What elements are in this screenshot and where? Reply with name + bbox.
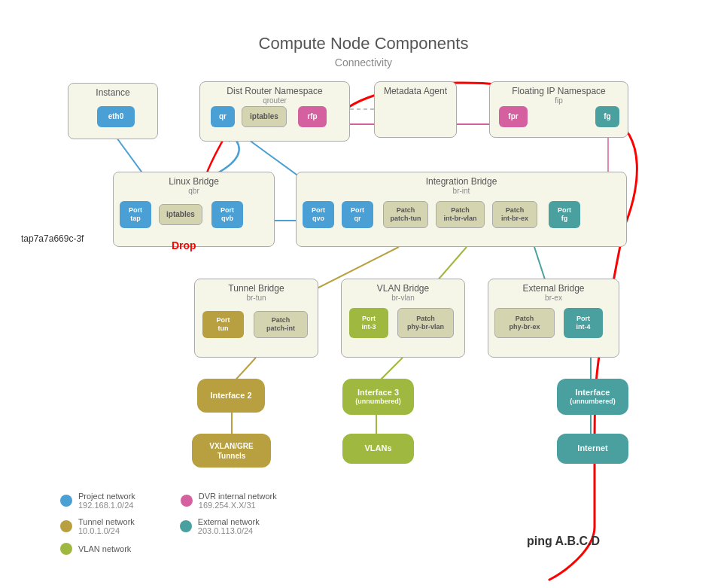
vlans-label: VLANs — [364, 443, 391, 453]
external-bridge-box: External Bridge br-ex Patchphy-br-ex Por… — [488, 279, 619, 358]
linux-bridge-box: Linux Bridge qbr Porttap iptables Portqv… — [113, 172, 275, 247]
port-patch-int: Patchpatch-int — [254, 311, 308, 338]
linux-bridge-label: Linux Bridge — [114, 172, 274, 187]
legend-external-dot — [180, 520, 192, 532]
port-int-3: Portint-3 — [349, 308, 388, 338]
interface-4-label: Interface — [576, 388, 610, 398]
instance-box: Instance eth0 — [68, 83, 158, 139]
diagram-container: Compute Node Components Connectivity — [0, 0, 727, 588]
page-title: Compute Node Components — [0, 34, 727, 53]
tunnel-bridge-sublabel: br-tun — [195, 294, 318, 302]
floating-box: Floating IP Namespace fip fpr fg — [489, 81, 628, 138]
legend-dvr: DVR internal network 169.254.X.X/31 — [181, 492, 277, 510]
metadata-box: Metadata Agent — [374, 81, 457, 138]
legend-external-text: External network 203.0.113.0/24 — [198, 517, 260, 535]
tap-label: tap7a7a669c-3f — [21, 233, 84, 244]
floating-sublabel: fip — [490, 96, 628, 105]
instance-label: Instance — [68, 84, 157, 98]
tunnel-bridge-box: Tunnel Bridge br-tun Porttun Patchpatch-… — [194, 279, 318, 358]
legend-tunnel-text: Tunnel network 10.0.1.0/24 — [78, 517, 135, 535]
port-fg-floating: fg — [595, 106, 619, 127]
legend-dvr-dot — [181, 495, 193, 507]
port-qvo: Portqvo — [303, 201, 334, 228]
vlan-bridge-sublabel: br-vlan — [342, 294, 464, 302]
port-fpr: fpr — [499, 106, 528, 127]
dist-router-label: Dist Router Namespace — [200, 82, 349, 96]
interface-2-label: Interface 2 — [210, 391, 251, 401]
port-patch-tun: Patchpatch-tun — [383, 201, 428, 228]
port-iptables-lb: iptables — [159, 204, 202, 225]
vlans-node: VLANs — [342, 434, 414, 464]
linux-bridge-sublabel: qbr — [114, 187, 274, 195]
metadata-label: Metadata Agent — [375, 82, 456, 96]
interface-2-node: Interface 2 — [197, 379, 265, 413]
port-qr-dist: qr — [211, 106, 235, 127]
port-fg-int: Portfg — [549, 201, 580, 228]
vxlan-label: VXLAN/GRETunnels — [209, 441, 253, 461]
page-subtitle: Connectivity — [0, 56, 727, 69]
port-iptables-dist: iptables — [242, 106, 287, 127]
legend-vlan-dot — [60, 543, 72, 555]
dist-router-sublabel: qrouter — [200, 96, 349, 105]
port-qvb: Portqvb — [211, 201, 243, 228]
tunnel-bridge-label: Tunnel Bridge — [195, 279, 318, 294]
drop-label: Drop — [172, 239, 196, 251]
vlan-bridge-label: VLAN Bridge — [342, 279, 464, 294]
dist-router-box: Dist Router Namespace qrouter qr iptable… — [199, 81, 350, 142]
legend-dvr-text: DVR internal network 169.254.X.X/31 — [199, 492, 277, 510]
port-rfp: rfp — [298, 106, 327, 127]
port-phy-br-ex: Patchphy-br-ex — [494, 308, 555, 338]
floating-label: Floating IP Namespace — [490, 82, 628, 96]
vxlan-node: VXLAN/GRETunnels — [192, 434, 271, 468]
legend-tunnel: Tunnel network 10.0.1.0/24 — [60, 517, 135, 535]
port-phy-br-vlan: Patchphy-br-vlan — [397, 308, 454, 338]
legend-project-text: Project network 192.168.1.0/24 — [78, 492, 135, 510]
legend-external: External network 203.0.113.0/24 — [180, 517, 260, 535]
port-int-4: Portint-4 — [564, 308, 603, 338]
port-eth0: eth0 — [97, 106, 135, 127]
port-tun: Porttun — [202, 311, 244, 338]
legend-vlan: VLAN network — [60, 543, 131, 555]
legend-project: Project network 192.168.1.0/24 — [60, 492, 135, 510]
legend-vlan-text: VLAN network — [78, 544, 131, 553]
interface-3-node: Interface 3 (unnumbered) — [342, 379, 414, 415]
legend-project-dot — [60, 495, 72, 507]
internet-node: Internet — [557, 434, 628, 464]
port-qr-int: Portqr — [342, 201, 373, 228]
integration-label: Integration Bridge — [297, 172, 626, 187]
interface-3-label: Interface 3 — [357, 388, 399, 398]
interface-4-node: Interface (unnumbered) — [557, 379, 628, 415]
legend: Project network 192.168.1.0/24 DVR inter… — [60, 492, 277, 558]
integration-sublabel: br-int — [297, 187, 626, 195]
port-patch-int-br-ex: Patchint-br-ex — [492, 201, 537, 228]
interface-3-sub: (unnumbered) — [355, 398, 401, 406]
internet-label: Internet — [577, 443, 607, 453]
integration-box: Integration Bridge br-int Portqvo Portqr… — [296, 172, 627, 247]
port-tap: Porttap — [120, 201, 151, 228]
ping-label: ping A.B.C.D — [527, 535, 600, 548]
external-bridge-sublabel: br-ex — [488, 294, 619, 302]
interface-4-sub: (unnumbered) — [570, 398, 616, 406]
vlan-bridge-box: VLAN Bridge br-vlan Portint-3 Patchphy-b… — [341, 279, 465, 358]
external-bridge-label: External Bridge — [488, 279, 619, 294]
legend-tunnel-dot — [60, 520, 72, 532]
port-patch-int-br-vlan: Patchint-br-vlan — [436, 201, 485, 228]
